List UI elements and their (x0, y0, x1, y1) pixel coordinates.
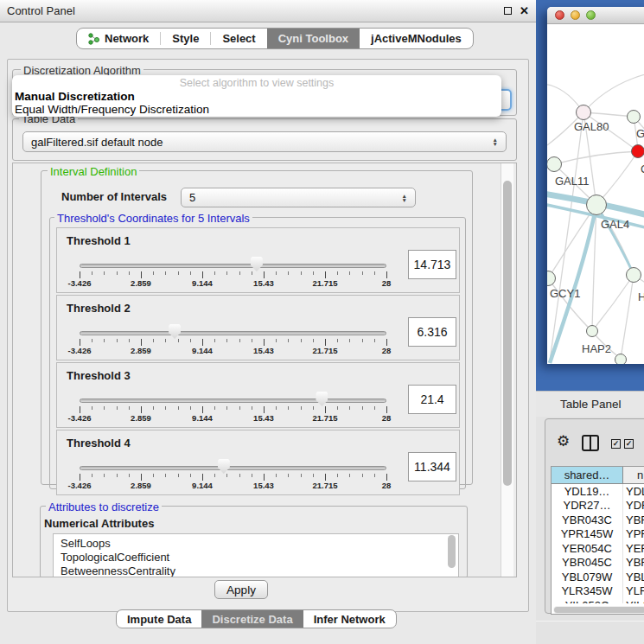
column-header-shared-name[interactable]: shared… (552, 467, 623, 484)
columns-icon[interactable] (582, 435, 599, 451)
table-row[interactable]: YBL079W YBL0 (552, 570, 644, 584)
threshold-2-value-field[interactable]: 6.316 (408, 317, 456, 347)
threshold-4-slider-thumb[interactable] (218, 459, 230, 474)
threshold-2-panel: Threshold 2 -3.4262.8599.14415.4321.7152… (56, 295, 460, 360)
numerical-attributes-label: Numerical Attributes (44, 517, 154, 530)
threshold-2-slider-thumb[interactable] (169, 324, 181, 339)
table-cell-shared-name[interactable]: YBR043C (552, 513, 623, 527)
threshold-1-slider-thumb[interactable] (251, 257, 263, 271)
threshold-2-slider-track[interactable] (80, 331, 386, 335)
threshold-2-label: Threshold 2 (67, 302, 131, 315)
table-row[interactable]: YER054C YER0 (552, 541, 644, 556)
control-panel: Control Panel ✕ Network (0, 0, 536, 644)
network-node[interactable] (576, 105, 591, 120)
dropdown-option-manual[interactable]: Manual Discretization (12, 90, 501, 103)
tab-network[interactable]: Network (77, 29, 160, 48)
node-label: GAL11 (555, 175, 590, 188)
close-panel-icon[interactable]: ✕ (520, 7, 529, 16)
checkbox-icon[interactable]: ✓ (624, 439, 634, 449)
table-row[interactable]: YIL052C YIL0 (552, 598, 644, 603)
apply-button[interactable]: Apply (214, 580, 268, 599)
network-node[interactable] (631, 144, 644, 158)
tab-jactivemnodules[interactable]: jActiveMNodules (360, 29, 473, 48)
tab-impute-data-label: Impute Data (127, 613, 191, 626)
network-node[interactable] (626, 267, 641, 283)
table-cell-name[interactable]: YDR2 (623, 499, 644, 513)
table-row[interactable]: YLR345W YLR3 (552, 584, 644, 599)
table-cell-name[interactable]: YBL0 (623, 570, 644, 584)
table-cell-name[interactable]: YIL0 (623, 598, 644, 603)
network-window-titlebar[interactable] (547, 7, 644, 24)
network-node[interactable] (586, 194, 607, 215)
network-node[interactable] (627, 110, 641, 124)
mac-zoom-button[interactable] (586, 10, 596, 20)
slider-ticks (80, 271, 386, 278)
table-cell-shared-name[interactable]: YIL052C (552, 598, 623, 603)
table-cell-name[interactable]: YBR0 (623, 556, 644, 571)
network-canvas[interactable]: GAL80G.CGAL11GAL4GCY1HHAP2 (547, 24, 644, 364)
table-horizontal-scrollbar-thumb[interactable] (554, 607, 644, 613)
table-cell-name[interactable]: YDL1 (623, 484, 644, 499)
table-cell-name[interactable]: YPR1 (623, 527, 644, 542)
tab-cyni-toolbox[interactable]: Cyni Toolbox (267, 29, 360, 48)
threshold-1-slider-track[interactable] (80, 264, 386, 268)
table-cell-shared-name[interactable]: YPR145W (552, 527, 623, 542)
table-cell-shared-name[interactable]: YBR045C (552, 556, 623, 571)
node-label: GAL80 (574, 120, 609, 133)
dropdown-hint: Select algorithm to view settings (12, 77, 501, 90)
tab-impute-data[interactable]: Impute Data (117, 610, 201, 628)
number-of-intervals-value: 5 (189, 191, 195, 204)
table-cell-shared-name[interactable]: YDL19… (552, 484, 623, 499)
right-panel: GAL80G.CGAL11GAL4GCY1HHAP2 Table Panel ⚙… (536, 0, 644, 644)
float-window-icon[interactable] (504, 7, 512, 15)
column-header-name[interactable]: n (623, 467, 644, 484)
attribute-list-item[interactable]: TopologicalCoefficient (61, 551, 458, 564)
table-row[interactable]: YPR145W YPR1 (552, 527, 644, 542)
number-of-intervals-combobox[interactable]: 5 ▲▼ (181, 188, 416, 207)
threshold-1-label: Threshold 1 (67, 234, 131, 247)
slider-tick-labels: -3.4262.8599.14415.4321.71528 (80, 346, 386, 356)
table-cell-name[interactable]: YER0 (623, 541, 644, 556)
table-cell-shared-name[interactable]: YBL079W (552, 570, 623, 584)
network-node[interactable] (586, 325, 598, 337)
slider-tick-labels: -3.4262.8599.14415.4321.71528 (80, 413, 386, 424)
threshold-4-value-field[interactable]: 11.344 (408, 452, 456, 481)
tab-select[interactable]: Select (211, 29, 266, 48)
attributes-list-scrollbar[interactable] (448, 535, 456, 568)
table-cell-name[interactable]: YLR3 (623, 584, 644, 599)
tab-style[interactable]: Style (161, 29, 210, 48)
network-node[interactable] (615, 354, 627, 364)
network-icon (88, 33, 99, 45)
table-horizontal-scrollbar[interactable] (553, 606, 644, 614)
settings-vertical-scrollbar-track[interactable] (501, 163, 513, 577)
dropdown-option-equal-width[interactable]: Equal Width/Frequency Discretization (12, 103, 501, 116)
table-cell-shared-name[interactable]: YER054C (552, 541, 623, 556)
threshold-3-slider-thumb[interactable] (316, 392, 328, 406)
table-cell-name[interactable]: YBR0 (623, 513, 644, 527)
threshold-3-value-field[interactable]: 21.4 (408, 385, 456, 414)
table-row[interactable]: YDR27… YDR2 (552, 499, 644, 513)
table-data-combobox[interactable]: galFiltered.sif default node ▲▼ (22, 131, 507, 152)
tab-infer-network[interactable]: Infer Network (303, 610, 396, 628)
table-panel-title: Table Panel (560, 398, 622, 411)
top-tab-bar: Network Style Select Cyni Toolbox jActiv… (76, 28, 474, 49)
threshold-4-slider-track[interactable] (80, 466, 386, 470)
checkbox-icon[interactable]: ✓ (611, 439, 621, 449)
threshold-3-slider-track[interactable] (80, 399, 386, 403)
settings-vertical-scrollbar-thumb[interactable] (503, 181, 512, 486)
threshold-1-value-field[interactable]: 14.713 (408, 250, 456, 279)
attribute-list-item[interactable]: BetweennessCentrality (61, 564, 458, 577)
mac-minimize-button[interactable] (571, 10, 580, 20)
table-cell-shared-name[interactable]: YLR345W (552, 584, 623, 599)
table-cell-shared-name[interactable]: YDR27… (552, 499, 623, 513)
table-panel-titlebar[interactable]: Table Panel (536, 391, 644, 417)
gear-icon[interactable]: ⚙ (557, 434, 570, 449)
network-window: GAL80G.CGAL11GAL4GCY1HHAP2 (547, 7, 644, 364)
table-row[interactable]: YBR043C YBR0 (552, 513, 644, 527)
table-row[interactable]: YBR045C YBR0 (552, 556, 644, 571)
tab-discretize-data[interactable]: Discretize Data (201, 610, 303, 628)
attribute-list-item[interactable]: SelfLoops (61, 537, 458, 551)
mac-close-button[interactable] (555, 10, 564, 20)
table-row[interactable]: YDL19… YDL1 (552, 484, 644, 499)
attributes-group-title: Attributes to discretize (46, 501, 162, 513)
